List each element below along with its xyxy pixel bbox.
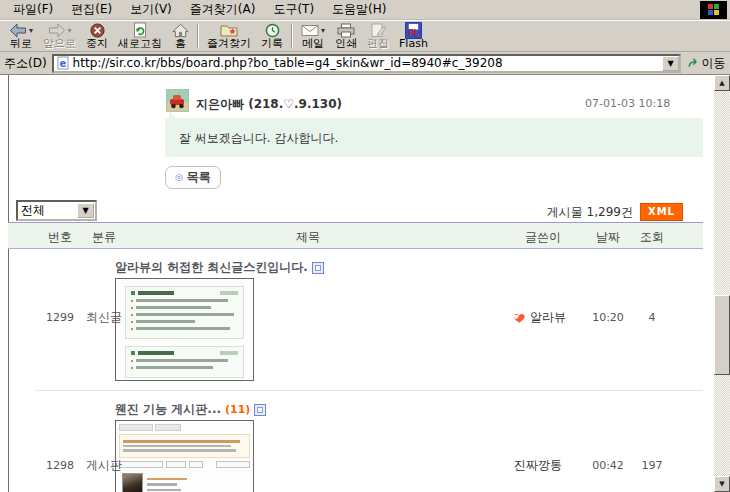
comment-body: 잘 써보겠습니다. 감사합니다. — [165, 118, 703, 147]
panel-dot-icon — [131, 291, 135, 295]
thumbnail-photo — [122, 473, 143, 492]
scroll-up-button[interactable]: ▲ — [714, 75, 730, 91]
history-clock-icon — [265, 23, 280, 38]
vertical-scrollbar[interactable]: ▲ ▼ — [714, 75, 730, 492]
panel-dot-icon — [131, 351, 135, 355]
flash-icon: FL — [405, 22, 422, 39]
post-thumbnail[interactable] — [115, 420, 254, 492]
forward-dropdown-caret-icon[interactable]: ▾ — [68, 26, 72, 35]
favorites-button[interactable]: 즐겨찾기 — [202, 21, 256, 51]
post-number: 1299 — [40, 311, 80, 324]
stop-button[interactable]: 중지 — [81, 21, 113, 51]
thumbnail-panel — [125, 286, 244, 339]
layout-left-border — [8, 75, 9, 492]
comment-count: (11) — [225, 403, 250, 416]
board-total-wrap: 게시물 1,299건 XML — [547, 203, 683, 221]
post-author[interactable]: 알라뷰 — [530, 309, 566, 326]
post-date: 10:20 — [586, 311, 630, 324]
post-views: 4 — [630, 311, 674, 324]
toolbar: ▾ 뒤로 ▾ 앞으로 중지 새로고침 홈 즐겨찾기 — [0, 20, 730, 52]
refresh-icon — [133, 22, 147, 38]
post-author[interactable]: 진짜깡통 — [514, 457, 562, 474]
mail-dropdown-caret-icon[interactable]: ▾ — [321, 26, 325, 35]
menu-tools[interactable]: 도구(T) — [264, 0, 323, 20]
list-button[interactable]: ◎ 목록 — [165, 166, 221, 189]
home-button[interactable]: 홈 — [167, 21, 194, 51]
post-category[interactable]: 게시판 — [80, 457, 128, 474]
comment-author[interactable]: 지은아빠 (218.♡.9.130) — [196, 96, 342, 113]
address-input[interactable]: e http://sir.co.kr/bbs/board.php?bo_tabl… — [52, 54, 681, 73]
post-title-link[interactable]: 알라뷰의 허접한 최신글스킨입니다. — [115, 259, 308, 276]
address-url-text: http://sir.co.kr/bbs/board.php?bo_table=… — [73, 56, 503, 70]
post-title-link[interactable]: 웬진 기능 게시판... — [115, 401, 221, 418]
category-select-arrow-icon[interactable]: ▼ — [77, 203, 94, 218]
favorites-folder-icon — [220, 23, 238, 37]
post-number: 1298 — [40, 459, 80, 472]
page-content: 지은아빠 (218.♡.9.130) 07-01-03 10:18 잘 써보겠습… — [0, 75, 714, 492]
row-separator — [35, 390, 703, 391]
print-icon — [337, 23, 355, 38]
address-dropdown-button[interactable]: ▼ — [662, 56, 679, 71]
back-arrow-icon — [9, 23, 27, 38]
address-label: 주소(D) — [4, 55, 47, 72]
header-no: 번호 — [40, 229, 80, 246]
menu-favorites[interactable]: 즐겨찾기(A) — [181, 0, 265, 20]
scrollbar-thumb[interactable] — [714, 295, 730, 375]
post-category[interactable]: 최신글 — [80, 309, 128, 326]
thumbnail-panel — [125, 346, 244, 378]
post-author-cell[interactable]: 알라뷰 — [496, 309, 580, 326]
address-bar: 주소(D) e http://sir.co.kr/bbs/board.php?b… — [0, 52, 730, 75]
post-title-row: 알라뷰의 허접한 최신글스킨입니다. — [115, 259, 324, 276]
forward-arrow-icon — [48, 23, 66, 38]
table-header-row: 번호 분류 제목 글쓴이 날짜 조회 — [8, 223, 703, 249]
category-select-value: 전체 — [18, 202, 77, 219]
menu-file[interactable]: 파일(F) — [4, 0, 62, 20]
post-thumbnail[interactable] — [115, 278, 254, 381]
page-favicon-icon: e — [56, 56, 70, 70]
post-title-row: 웬진 기능 게시판... (11) — [115, 401, 266, 418]
mail-icon — [301, 24, 319, 37]
edit-button[interactable]: 편집 — [362, 21, 394, 51]
heart-icon — [510, 311, 527, 325]
home-icon — [172, 23, 189, 38]
header-views: 조회 — [630, 229, 674, 246]
header-author: 글쓴이 — [513, 229, 573, 246]
list-button-label: 목록 — [187, 169, 211, 186]
windows-logo-throbber-icon — [700, 1, 727, 19]
svg-text:e: e — [59, 58, 66, 69]
scroll-down-button[interactable]: ▼ — [714, 476, 730, 492]
menu-view[interactable]: 보기(V) — [121, 0, 181, 20]
toolbar-separator — [291, 24, 293, 48]
header-title: 제목 — [108, 229, 508, 246]
list-bullet-icon: ◎ — [175, 173, 183, 182]
comment-avatar — [166, 89, 189, 112]
toolbar-separator — [197, 24, 199, 48]
xml-feed-badge[interactable]: XML — [640, 203, 683, 221]
post-author-cell[interactable]: 진짜깡통 — [496, 457, 580, 474]
go-button[interactable]: 이동 — [684, 53, 728, 73]
menu-bar: 파일(F) 편집(E) 보기(V) 즐겨찾기(A) 도구(T) 도움말(H) — [0, 0, 730, 20]
go-arrow-icon — [687, 57, 700, 69]
browser-window: 파일(F) 편집(E) 보기(V) 즐겨찾기(A) 도구(T) 도움말(H) ▾… — [0, 0, 730, 492]
edit-pencil-icon — [370, 23, 386, 38]
post-views: 197 — [630, 459, 674, 472]
comment-bubble: 잘 써보겠습니다. 감사합니다. — [165, 118, 703, 157]
menu-edit[interactable]: 편집(E) — [62, 0, 121, 20]
stop-icon — [90, 23, 105, 38]
category-select[interactable]: 전체 ▼ — [16, 200, 97, 221]
comment-datetime: 07-01-03 10:18 — [585, 97, 670, 110]
go-button-label: 이동 — [702, 55, 726, 72]
mail-button[interactable]: ▾ 메일 — [296, 21, 330, 51]
board-total-count: 게시물 1,299건 — [547, 204, 633, 221]
print-button[interactable]: 인쇄 — [330, 21, 362, 51]
back-dropdown-caret-icon[interactable]: ▾ — [29, 26, 33, 35]
refresh-button[interactable]: 새로고침 — [113, 21, 167, 51]
flash-button[interactable]: FL Flash — [394, 21, 433, 51]
attachment-icon — [312, 262, 324, 274]
header-date: 날짜 — [586, 229, 630, 246]
history-button[interactable]: 기록 — [256, 21, 288, 51]
back-button[interactable]: ▾ 뒤로 — [4, 21, 38, 51]
attachment-icon — [254, 404, 266, 416]
forward-button[interactable]: ▾ 앞으로 — [38, 21, 81, 51]
menu-help[interactable]: 도움말(H) — [323, 0, 395, 20]
